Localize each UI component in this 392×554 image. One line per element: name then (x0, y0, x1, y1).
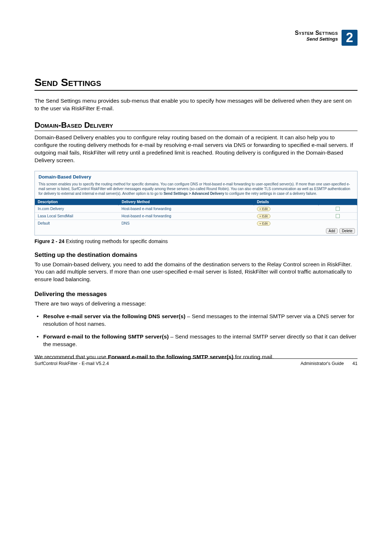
row-select (318, 205, 357, 212)
row-description: In.com Delivery (35, 205, 119, 212)
page-body: Send Settings The Send Settings menu pro… (34, 76, 358, 361)
panel-description: This screen enables you to specify the r… (35, 182, 357, 199)
list-item: Forward e-mail to the following SMTP ser… (34, 333, 358, 348)
row-details: » Edit (254, 212, 319, 219)
routing-table: Description Delivery Method Details In.c… (35, 199, 357, 227)
row-method: Host-based e-mail forwarding (119, 212, 254, 219)
table-row: Lasa Local SendMail Host-based e-mail fo… (35, 212, 357, 219)
header-category: System Settings (295, 30, 338, 36)
panel-desc-post: to configure the retry settings in case … (224, 192, 317, 196)
page-header: System Settings Send Settings 2 (295, 30, 358, 46)
footer-left: SurfControl RiskFilter - E-mail V5.2.4 (34, 361, 109, 366)
setup-domains-paragraph: To use Domain-based delivery, you need t… (34, 261, 358, 284)
table-row: Default DNS » Edit (35, 219, 357, 227)
col-description: Description (35, 199, 119, 205)
footer-right: Administrator's Guide 41 (301, 361, 358, 366)
domain-delivery-screenshot: Domain-Based Delivery This screen enable… (34, 171, 358, 235)
row-description: Default (35, 219, 119, 227)
edit-button[interactable]: » Edit (257, 207, 270, 211)
section-heading-domain: Domain-Based Delivery (34, 120, 358, 131)
subheading-setup-domains: Setting up the destination domains (34, 251, 358, 259)
list-item: Resolve e-mail server via the following … (34, 313, 358, 328)
panel-title: Domain-Based Delivery (35, 171, 357, 182)
page-footer: SurfControl RiskFilter - E-mail V5.2.4 A… (34, 358, 358, 366)
row-details: » Edit (254, 219, 319, 227)
delivering-intro: There are two ways of delivering a messa… (34, 300, 358, 308)
col-details: Details (254, 199, 319, 205)
row-select (318, 212, 357, 219)
footer-page-number: 41 (352, 361, 358, 366)
row-method: DNS (119, 219, 254, 227)
edit-button[interactable]: » Edit (257, 221, 270, 226)
figure-caption: Figure 2 - 24 Existing routing methods f… (34, 238, 358, 244)
figure-caption-text: Existing routing methods for specific do… (66, 238, 168, 244)
panel-footer: Add Delete (35, 227, 357, 235)
table-row: In.com Delivery Host-based e-mail forwar… (35, 205, 357, 212)
add-button[interactable]: Add (326, 228, 338, 234)
domain-paragraph: Domain-Based Delivery enables you to con… (34, 134, 358, 164)
chapter-number-badge: 2 (342, 30, 358, 46)
col-select (318, 199, 357, 205)
delete-button[interactable]: Delete (339, 228, 355, 234)
col-delivery-method: Delivery Method (119, 199, 254, 205)
footer-guide-label: Administrator's Guide (301, 361, 344, 366)
header-section: Send Settings (295, 36, 338, 42)
row-checkbox[interactable] (336, 214, 340, 218)
bullet-lead: Resolve e-mail server via the following … (43, 313, 185, 319)
page-title: Send Settings (34, 76, 358, 91)
intro-paragraph: The Send Settings menu provides sub-menu… (34, 97, 358, 112)
row-method: Host-based e-mail forwarding (119, 205, 254, 212)
delivery-options-list: Resolve e-mail server via the following … (34, 313, 358, 348)
panel-desc-bold: Send Settings > Advanced Delivery (164, 192, 224, 196)
row-checkbox[interactable] (336, 207, 340, 211)
bullet-lead: Forward e-mail to the following SMTP ser… (43, 333, 169, 340)
header-text-block: System Settings Send Settings (295, 30, 338, 42)
edit-button[interactable]: » Edit (257, 214, 270, 218)
row-select (318, 219, 357, 227)
subheading-delivering: Delivering the messages (34, 291, 358, 298)
row-description: Lasa Local SendMail (35, 212, 119, 219)
row-details: » Edit (254, 205, 319, 212)
figure-caption-prefix: Figure 2 - 24 (34, 238, 66, 244)
